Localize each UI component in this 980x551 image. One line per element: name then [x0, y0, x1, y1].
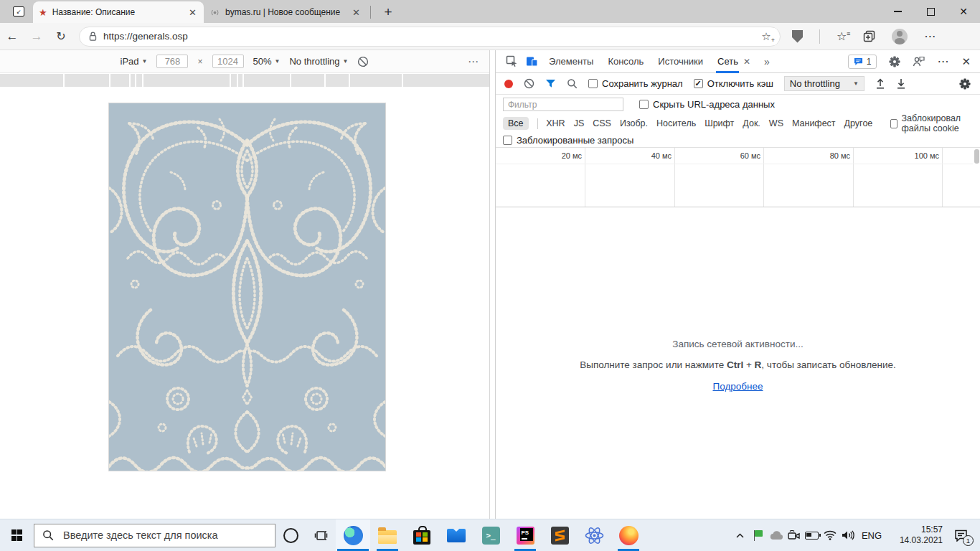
close-button[interactable]: ✕ [947, 0, 980, 23]
network-filter-chip[interactable]: XHR [546, 118, 565, 128]
tab-close-icon[interactable]: ✕ [351, 7, 362, 18]
disable-cache-checkbox[interactable]: Отключить кэш [694, 78, 773, 89]
browser-tab-active[interactable]: ★ Название: Описание ✕ [33, 1, 204, 23]
devtools-close-button[interactable]: ✕ [961, 55, 971, 68]
taskbar-app-explorer[interactable] [370, 519, 405, 551]
back-button[interactable]: ← [0, 29, 24, 44]
devtools-menu-button[interactable]: ⋯ [937, 55, 949, 68]
tray-flag-button[interactable] [749, 519, 767, 551]
settings-gear-icon[interactable] [889, 56, 900, 67]
import-har-icon[interactable] [875, 78, 885, 89]
preserve-log-checkbox[interactable]: Сохранить журнал [588, 78, 683, 89]
tab-close-icon[interactable]: ✕ [187, 7, 198, 18]
network-filter-chip[interactable]: JS [574, 118, 585, 128]
devtools-tab-console[interactable]: Консоль [600, 50, 651, 73]
taskbar-search-box[interactable] [34, 524, 275, 547]
tray-network-button[interactable] [821, 519, 839, 551]
taskbar-search-input[interactable] [62, 529, 267, 542]
devtools-tab-sources[interactable]: Источники [651, 50, 710, 73]
notification-badge: 1 [963, 535, 974, 546]
inspect-element-icon[interactable] [501, 55, 522, 67]
devtools-tab-elements[interactable]: Элементы [542, 50, 600, 73]
network-filter-chip[interactable]: Все [503, 117, 529, 130]
taskbar-clock[interactable]: 15:57 14.03.2021 [890, 524, 943, 546]
viewport-height-input[interactable] [212, 55, 244, 68]
network-filter-chip[interactable]: Изобр. [620, 118, 648, 128]
search-icon [42, 529, 54, 541]
collections-button[interactable] [863, 30, 875, 42]
taskbar-app-mail[interactable] [439, 519, 473, 551]
browser-menu-button[interactable]: ⋯ [924, 29, 936, 43]
tray-onedrive-button[interactable] [767, 519, 785, 551]
language-indicator[interactable]: ENG [857, 530, 887, 541]
taskbar-app-terminal[interactable]: >_ [473, 519, 508, 551]
blocked-requests-checkbox[interactable] [503, 136, 512, 145]
throttling-select[interactable]: No throttling▼ [289, 56, 348, 67]
taskbar-app-react[interactable] [577, 519, 611, 551]
network-filter-chip[interactable]: Шрифт [705, 118, 734, 128]
device-select[interactable]: iPad▼ [121, 56, 148, 67]
search-icon[interactable] [567, 78, 578, 89]
profile-avatar[interactable] [892, 29, 908, 44]
network-filter-chip[interactable]: Док. [743, 118, 760, 128]
tab-close-icon[interactable]: ✕ [743, 57, 750, 67]
tab-actions-button[interactable]: ↙ [7, 1, 30, 22]
network-filter-chip[interactable]: WS [769, 118, 783, 128]
zoom-select[interactable]: 50%▼ [253, 56, 281, 67]
device-toolbar-menu-button[interactable]: ⋯ [468, 55, 479, 68]
address-bar[interactable]: https://generals.osp ☆+ [79, 27, 781, 47]
blocked-cookies-checkbox[interactable]: Заблокировал файлы cookie [890, 113, 980, 133]
task-view-button[interactable] [306, 519, 336, 551]
timeline-column: 80 мс [764, 148, 854, 207]
export-har-icon[interactable] [896, 78, 906, 89]
network-filter-chip[interactable]: CSS [593, 118, 611, 128]
network-filter-chip[interactable]: Другое [844, 118, 873, 128]
clear-icon[interactable] [524, 78, 534, 89]
filter-funnel-icon[interactable] [545, 79, 556, 89]
scrollbar-thumb[interactable] [974, 149, 979, 164]
viewport-width-input[interactable] [156, 55, 188, 68]
forward-button[interactable]: → [24, 29, 49, 44]
blocked-requests-row: Заблокированные запросы [496, 133, 980, 148]
network-throttling-select[interactable]: No throttling ▼ [784, 76, 864, 91]
network-filter-chip[interactable]: Носитель [656, 118, 696, 128]
network-filter-chip[interactable]: Манифест [792, 118, 836, 128]
taskbar-app-store[interactable] [405, 519, 439, 551]
start-button[interactable] [0, 519, 34, 551]
speech-bubble-icon [854, 57, 863, 66]
timeline-tick: 40 мс [651, 151, 672, 160]
rotate-blocked-icon[interactable] [357, 56, 369, 67]
chevron-down-icon: ▼ [142, 58, 148, 65]
restore-icon [927, 8, 935, 16]
action-center-button[interactable]: 1 [946, 519, 976, 551]
taskbar-app-firefox[interactable] [611, 519, 646, 551]
tray-meetnow-button[interactable] [785, 519, 803, 551]
taskbar-app-edge[interactable] [336, 519, 370, 551]
record-button[interactable] [504, 80, 513, 88]
taskbar-app-phpstorm[interactable]: PS [508, 519, 542, 551]
empty-state-hint: Выполните запрос или нажмите Ctrl + R, ч… [496, 359, 980, 370]
more-tabs-button[interactable]: » [758, 56, 776, 67]
favorites-list-button[interactable]: ☆ [837, 29, 847, 43]
learn-more-link[interactable]: Подробнее [712, 381, 763, 392]
tray-battery-button[interactable] [803, 519, 821, 551]
windows-taskbar: >_ PS ENG 15: [0, 519, 980, 551]
minimize-button[interactable] [881, 0, 914, 23]
hide-data-urls-checkbox[interactable]: Скрыть URL-адреса данных [639, 99, 775, 110]
new-tab-button[interactable]: + [380, 4, 397, 20]
browser-tab-inactive[interactable]: bymas.ru | Новое сообщение ✕ [204, 1, 367, 23]
add-favorite-button[interactable]: ☆+ [755, 28, 778, 45]
tray-expand-button[interactable] [731, 519, 749, 551]
feedback-icon[interactable] [913, 56, 925, 67]
device-toolbar-toggle-icon[interactable] [522, 55, 542, 67]
reload-button[interactable]: ↻ [49, 29, 73, 43]
network-settings-gear-icon[interactable] [959, 78, 971, 90]
issues-counter-button[interactable]: 1 [848, 55, 877, 69]
cortana-button[interactable] [275, 519, 306, 551]
taskbar-app-sublime[interactable] [542, 519, 577, 551]
network-filter-input[interactable] [503, 98, 623, 111]
adblock-shield-icon[interactable] [792, 30, 803, 43]
tray-volume-button[interactable] [839, 519, 857, 551]
restore-button[interactable] [914, 0, 947, 23]
devtools-tab-network[interactable]: Сеть✕ [710, 50, 758, 73]
